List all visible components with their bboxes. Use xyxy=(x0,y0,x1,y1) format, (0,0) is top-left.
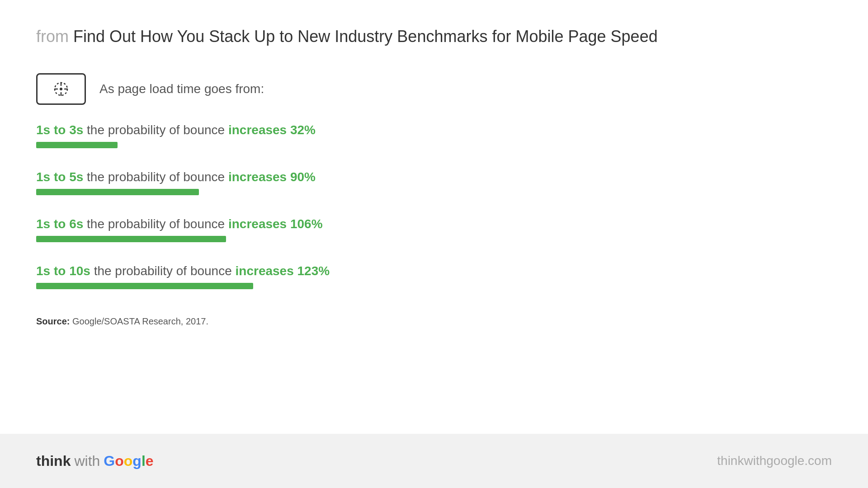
loading-icon xyxy=(53,81,69,97)
with-text: with xyxy=(74,453,100,469)
stat-label-1: 1s to 5s the probability of bounce incre… xyxy=(36,170,832,184)
google-letter-o2: o xyxy=(124,453,133,469)
bar-2 xyxy=(36,236,226,242)
phone-icon-container xyxy=(36,73,86,105)
stat-block-3: 1s to 10s the probability of bounce incr… xyxy=(36,264,832,289)
google-letter-g2: g xyxy=(132,453,142,469)
increase-text-3: increases 123% xyxy=(232,264,330,278)
google-letter-e: e xyxy=(146,453,154,469)
static-text-3: the probability of bounce xyxy=(90,264,232,278)
stats-container: 1s to 3s the probability of bounce incre… xyxy=(36,123,832,289)
increase-text-0: increases 32% xyxy=(225,123,316,137)
stat-block-0: 1s to 3s the probability of bounce incre… xyxy=(36,123,832,148)
bar-1 xyxy=(36,189,199,195)
time-range-2: 1s to 6s xyxy=(36,217,83,231)
footer-url: thinkwithgoogle.com xyxy=(717,454,832,468)
static-text-0: the probability of bounce xyxy=(83,123,225,137)
stat-label-2: 1s to 6s the probability of bounce incre… xyxy=(36,217,832,231)
google-letter-l: l xyxy=(142,453,146,469)
source-label: Source: xyxy=(36,316,70,326)
static-text-2: the probability of bounce xyxy=(83,217,225,231)
title-text: Find Out How You Stack Up to New Industr… xyxy=(73,27,658,46)
source-section: Source: Google/SOASTA Research, 2017. xyxy=(36,316,832,327)
stat-block-2: 1s to 6s the probability of bounce incre… xyxy=(36,217,832,242)
google-letter-G: G xyxy=(104,453,115,469)
static-text-1: the probability of bounce xyxy=(83,170,225,184)
stat-label-0: 1s to 3s the probability of bounce incre… xyxy=(36,123,832,137)
page-title: from Find Out How You Stack Up to New In… xyxy=(36,27,832,46)
stat-label-3: 1s to 10s the probability of bounce incr… xyxy=(36,264,832,278)
increase-text-1: increases 90% xyxy=(225,170,316,184)
stat-block-1: 1s to 5s the probability of bounce incre… xyxy=(36,170,832,195)
svg-point-5 xyxy=(60,88,62,90)
source-text: Google/SOASTA Research, 2017. xyxy=(72,316,208,326)
main-content: from Find Out How You Stack Up to New In… xyxy=(0,0,868,434)
time-range-3: 1s to 10s xyxy=(36,264,90,278)
time-range-0: 1s to 3s xyxy=(36,123,83,137)
time-range-1: 1s to 5s xyxy=(36,170,83,184)
intro-row: As page load time goes from: xyxy=(36,73,832,105)
bar-0 xyxy=(36,142,118,148)
footer: think with Google thinkwithgoogle.com xyxy=(0,434,868,488)
increase-text-2: increases 106% xyxy=(225,217,322,231)
from-label: from xyxy=(36,27,69,46)
bar-3 xyxy=(36,283,253,289)
think-text: think xyxy=(36,453,71,469)
google-letter-o1: o xyxy=(115,453,124,469)
intro-text: As page load time goes from: xyxy=(99,82,264,96)
google-text: Google xyxy=(104,453,153,469)
think-with-google-logo: think with Google xyxy=(36,453,154,469)
